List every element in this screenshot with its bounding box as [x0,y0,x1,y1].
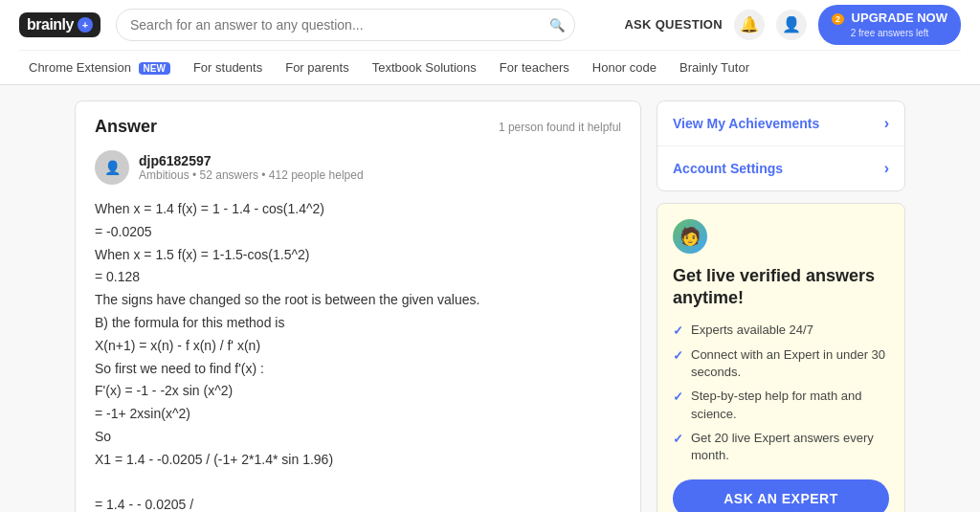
search-icon: 🔍 [549,18,566,33]
answer-header: Answer 1 person found it helpful [95,117,621,137]
avatar: 👤 [95,150,129,185]
check-icon-2: ✓ [673,347,683,365]
check-icon-1: ✓ [673,323,683,340]
main-nav: Chrome Extension NEW For students For pa… [19,50,961,84]
user-avatar-btn[interactable]: 👤 [776,10,807,40]
user-stats: Ambitious • 52 answers • 412 people help… [139,168,364,182]
new-badge: NEW [139,62,170,75]
nav-item-textbook-solutions[interactable]: Textbook Solutions [363,56,486,78]
nav-item-brainly-tutor[interactable]: Brainly Tutor [670,56,759,78]
nav-item-chrome-extension[interactable]: Chrome Extension NEW [19,56,180,78]
header: brainly + 🔍 ASK QUESTION 🔔 👤 [0,0,980,85]
search-bar: 🔍 [116,9,575,41]
check-icon-3: ✓ [673,389,683,406]
bell-icon: 🔔 [740,15,759,33]
check-icon-4: ✓ [673,431,683,448]
free-answers-text: 2 free answers left [851,27,929,39]
feature-4: ✓ Get 20 live Expert answers every month… [673,430,889,464]
ask-question-button[interactable]: ASK QUESTION [624,17,723,32]
chevron-right-icon: › [884,115,889,132]
free-answers-badge: 2 [832,13,844,25]
expert-card-header: 🧑 [673,219,889,254]
header-actions: ASK QUESTION 🔔 👤 2 UPGRADE NOW 2 free an… [624,5,961,45]
sidebar-menu: View My Achievements › Account Settings … [657,100,905,191]
sidebar-item-achievements[interactable]: View My Achievements › [657,101,904,146]
logo-plus: + [78,17,93,33]
nav-item-for-students[interactable]: For students [184,56,272,78]
main-content: Answer 1 person found it helpful 👤 djp61… [59,100,921,512]
chevron-right-icon-2: › [884,160,889,177]
logo-text: brainly [27,16,74,33]
expert-title: Get live verified answers anytime! [673,265,889,310]
expert-features: ✓ Experts available 24/7 ✓ Connect with … [673,322,889,464]
username[interactable]: djp6182597 [139,153,364,168]
expert-card: 🧑 Get live verified answers anytime! ✓ E… [657,203,905,512]
sidebar-item-account-settings[interactable]: Account Settings › [657,146,904,190]
upgrade-label: 2 UPGRADE NOW [832,11,947,27]
nav-item-for-parents[interactable]: For parents [276,56,358,78]
upgrade-button[interactable]: 2 UPGRADE NOW 2 free answers left [818,5,961,45]
avatar-icon: 👤 [782,15,801,33]
feature-1: ✓ Experts available 24/7 [673,322,889,340]
answer-title: Answer [95,117,157,137]
helpful-text: 1 person found it helpful [499,121,621,134]
feature-3: ✓ Step-by-step help for math and science… [673,388,889,422]
nav-item-honor-code[interactable]: Honor code [583,56,666,78]
search-input[interactable] [116,9,575,41]
ask-expert-button[interactable]: ASK AN EXPERT [673,479,889,512]
sidebar: View My Achievements › Account Settings … [657,100,905,512]
expert-avatar: 🧑 [673,219,707,254]
feature-2: ✓ Connect with an Expert in under 30 sec… [673,346,889,381]
page-wrapper: brainly + 🔍 ASK QUESTION 🔔 👤 [0,0,980,512]
logo[interactable]: brainly + [19,12,100,37]
user-info: 👤 djp6182597 Ambitious • 52 answers • 41… [95,150,621,185]
nav-item-for-teachers[interactable]: For teachers [490,56,579,78]
search-button[interactable]: 🔍 [549,18,566,33]
notification-bell[interactable]: 🔔 [734,10,765,40]
user-details: djp6182597 Ambitious • 52 answers • 412 … [139,153,364,182]
answer-body: When x = 1.4 f(x) = 1 - 1.4 - cos(1.4^2)… [95,198,621,512]
answer-card: Answer 1 person found it helpful 👤 djp61… [75,100,641,512]
